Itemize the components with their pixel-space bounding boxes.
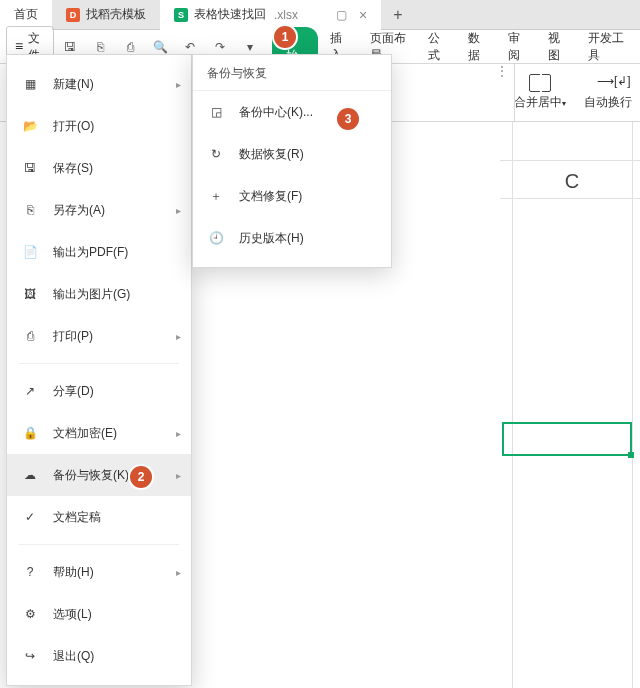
menu-share[interactable]: ↗分享(D) (7, 370, 191, 412)
print-icon: ⎙ (21, 327, 39, 345)
tab-home-label: 首页 (14, 6, 38, 23)
save-icon: 🖫 (62, 39, 78, 55)
callout-badge-3: 3 (337, 108, 359, 130)
tab-close-icon[interactable]: × (359, 7, 367, 23)
menu-print[interactable]: ⎙打印(P)▸ (7, 315, 191, 357)
callout-badge-1: 1 (274, 26, 296, 48)
cell-selection[interactable] (502, 422, 632, 456)
menu-backup[interactable]: ☁备份与恢复(K)▸ (7, 454, 191, 496)
ribbon-tab-view[interactable]: 视图 (538, 26, 576, 68)
gear-icon: ⚙ (21, 605, 39, 623)
submenu-label: 历史版本(H) (239, 230, 304, 247)
menu-pdf[interactable]: 📄输出为PDF(F) (7, 231, 191, 273)
repair-icon: ＋ (207, 187, 225, 205)
submenu-label: 文档修复(F) (239, 188, 302, 205)
save-icon: 🖫 (21, 159, 39, 177)
menu-image-label: 输出为图片(G) (53, 286, 130, 303)
menu-finalize[interactable]: ✓文档定稿 (7, 496, 191, 538)
submenu-label: 数据恢复(R) (239, 146, 304, 163)
image-icon: 🖼 (21, 285, 39, 303)
template-icon: D (66, 8, 80, 22)
check-icon: ✓ (21, 508, 39, 526)
redo-icon: ↷ (212, 39, 228, 55)
chevron-right-icon: ▸ (176, 79, 181, 90)
menu-print-label: 打印(P) (53, 328, 93, 345)
help-icon: ? (21, 563, 39, 581)
print-icon: ⎙ (122, 39, 138, 55)
tab-templates-label: 找稻壳模板 (86, 6, 146, 23)
clock-box-icon: ◲ (207, 103, 225, 121)
menu-share-label: 分享(D) (53, 383, 94, 400)
tab-templates[interactable]: D 找稻壳模板 (52, 0, 160, 30)
wrap-text-button[interactable]: [↲] 自动换行 (584, 74, 632, 111)
menu-separator (19, 363, 179, 364)
backup-submenu: 备份与恢复 ◲备份中心(K)... ↻数据恢复(R) ＋文档修复(F) 🕘历史版… (192, 54, 392, 268)
menu-backup-label: 备份与恢复(K) (53, 467, 129, 484)
pdf-icon: 📄 (21, 243, 39, 261)
submenu-data-recover[interactable]: ↻数据恢复(R) (193, 133, 391, 175)
menu-separator (19, 544, 179, 545)
menu-exit[interactable]: ↪退出(Q) (7, 635, 191, 677)
callout-badge-2: 2 (130, 466, 152, 488)
share-icon: ↗ (21, 382, 39, 400)
saveas-icon: ⎘ (21, 201, 39, 219)
tab-restore-icon[interactable]: ▢ (336, 8, 347, 22)
menu-saveas-label: 另存为(A) (53, 202, 105, 219)
column-header-c[interactable]: C (512, 170, 632, 193)
ribbon-tab-data[interactable]: 数据 (458, 26, 496, 68)
file-menu: ▦新建(N)▸ 📂打开(O) 🖫保存(S) ⎘另存为(A)▸ 📄输出为PDF(F… (6, 54, 192, 686)
wrap-label: 自动换行 (584, 94, 632, 111)
new-tab-button[interactable]: + (381, 6, 414, 24)
new-icon: ▦ (21, 75, 39, 93)
menu-save-label: 保存(S) (53, 160, 93, 177)
menu-saveas[interactable]: ⎘另存为(A)▸ (7, 189, 191, 231)
menu-help[interactable]: ?帮助(H)▸ (7, 551, 191, 593)
chevron-right-icon: ▸ (176, 470, 181, 481)
backup-icon: ☁ (21, 466, 39, 484)
lock-icon: 🔒 (21, 424, 39, 442)
wrap-icon: [↲] (597, 74, 619, 92)
doc-name: 表格快速找回 (194, 6, 266, 23)
submenu-title: 备份与恢复 (193, 55, 391, 91)
menu-finalize-label: 文档定稿 (53, 509, 101, 526)
menu-new-label: 新建(N) (53, 76, 94, 93)
menu-image[interactable]: 🖼输出为图片(G) (7, 273, 191, 315)
chevron-right-icon: ▸ (176, 428, 181, 439)
menu-save[interactable]: 🖫保存(S) (7, 147, 191, 189)
menu-open[interactable]: 📂打开(O) (7, 105, 191, 147)
spreadsheet-icon: S (174, 8, 188, 22)
submenu-doc-repair[interactable]: ＋文档修复(F) (193, 175, 391, 217)
spreadsheet-area[interactable]: C (392, 122, 640, 688)
menu-options-label: 选项(L) (53, 606, 92, 623)
menu-new[interactable]: ▦新建(N)▸ (7, 63, 191, 105)
merge-cells-button[interactable]: 合并居中▾ (514, 74, 566, 111)
hamburger-icon (15, 45, 24, 49)
menu-open-label: 打开(O) (53, 118, 94, 135)
menu-encrypt-label: 文档加密(E) (53, 425, 117, 442)
merge-icon (529, 74, 551, 92)
menu-pdf-label: 输出为PDF(F) (53, 244, 128, 261)
menu-encrypt[interactable]: 🔒文档加密(E)▸ (7, 412, 191, 454)
saveas-icon: ⎘ (92, 39, 108, 55)
submenu-label: 备份中心(K)... (239, 104, 313, 121)
undo-icon: ↶ (182, 39, 198, 55)
ribbon-tab-review[interactable]: 审阅 (498, 26, 536, 68)
doc-ext: .xlsx (274, 8, 298, 22)
recover-icon: ↻ (207, 145, 225, 163)
chevron-right-icon: ▸ (176, 331, 181, 342)
submenu-history[interactable]: 🕘历史版本(H) (193, 217, 391, 259)
ribbon-separator: ⋮ (496, 64, 515, 122)
menu-help-label: 帮助(H) (53, 564, 94, 581)
open-icon: 📂 (21, 117, 39, 135)
merge-label: 合并居中▾ (514, 94, 566, 111)
history-icon: 🕘 (207, 229, 225, 247)
submenu-backup-center[interactable]: ◲备份中心(K)... (193, 91, 391, 133)
exit-icon: ↪ (21, 647, 39, 665)
menu-options[interactable]: ⚙选项(L) (7, 593, 191, 635)
ribbon-tab-formula[interactable]: 公式 (418, 26, 456, 68)
ribbon-tab-dev[interactable]: 开发工具 (578, 26, 634, 68)
preview-icon: 🔍 (152, 39, 168, 55)
chevron-right-icon: ▸ (176, 567, 181, 578)
chevron-down-icon: ▾ (242, 39, 258, 55)
chevron-right-icon: ▸ (176, 205, 181, 216)
